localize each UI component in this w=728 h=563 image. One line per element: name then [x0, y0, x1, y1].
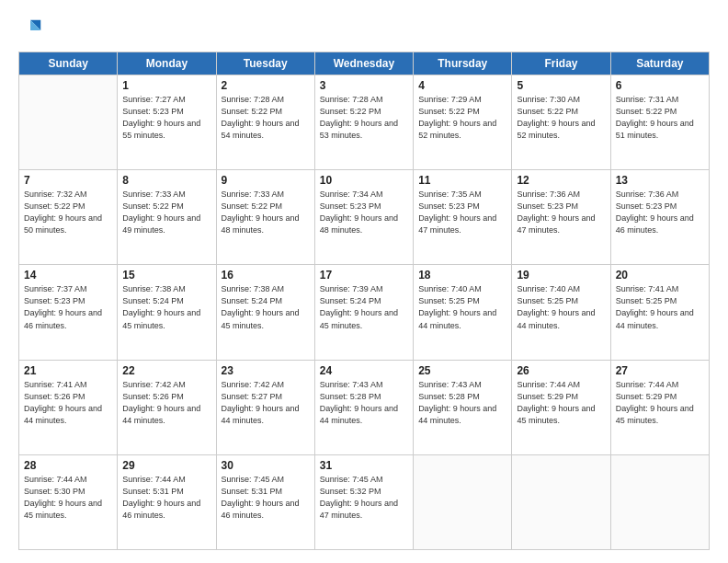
calendar-table: SundayMondayTuesdayWednesdayThursdayFrid…	[18, 52, 710, 550]
day-cell: 8Sunrise: 7:33 AM Sunset: 5:22 PM Daylig…	[118, 170, 216, 265]
day-cell: 17Sunrise: 7:39 AM Sunset: 5:24 PM Dayli…	[314, 265, 413, 360]
header	[18, 17, 710, 42]
day-cell	[610, 454, 709, 549]
cell-info: Sunrise: 7:31 AM Sunset: 5:22 PM Dayligh…	[616, 94, 704, 142]
day-number: 2	[222, 79, 310, 92]
day-number: 8	[122, 174, 210, 187]
day-number: 11	[418, 174, 506, 187]
day-number: 3	[320, 79, 408, 92]
day-cell: 19Sunrise: 7:40 AM Sunset: 5:25 PM Dayli…	[512, 265, 610, 360]
week-row-4: 28Sunrise: 7:44 AM Sunset: 5:30 PM Dayli…	[19, 454, 710, 549]
day-cell: 26Sunrise: 7:44 AM Sunset: 5:29 PM Dayli…	[512, 360, 610, 454]
day-header-friday: Friday	[512, 52, 610, 75]
day-header-wednesday: Wednesday	[314, 52, 413, 75]
header-row: SundayMondayTuesdayWednesdayThursdayFrid…	[19, 52, 710, 75]
day-number: 7	[24, 174, 112, 187]
week-row-1: 7Sunrise: 7:32 AM Sunset: 5:22 PM Daylig…	[19, 170, 710, 265]
day-cell: 12Sunrise: 7:36 AM Sunset: 5:23 PM Dayli…	[512, 170, 610, 265]
day-cell: 25Sunrise: 7:43 AM Sunset: 5:28 PM Dayli…	[414, 360, 512, 454]
cell-info: Sunrise: 7:41 AM Sunset: 5:26 PM Dayligh…	[24, 379, 112, 427]
page: SundayMondayTuesdayWednesdayThursdayFrid…	[0, 0, 728, 563]
cell-info: Sunrise: 7:42 AM Sunset: 5:27 PM Dayligh…	[222, 379, 310, 427]
day-cell: 29Sunrise: 7:44 AM Sunset: 5:31 PM Dayli…	[118, 454, 216, 549]
cell-info: Sunrise: 7:36 AM Sunset: 5:23 PM Dayligh…	[517, 189, 605, 236]
day-cell: 27Sunrise: 7:44 AM Sunset: 5:29 PM Dayli…	[610, 360, 709, 454]
day-number: 17	[320, 269, 408, 282]
cell-info: Sunrise: 7:40 AM Sunset: 5:25 PM Dayligh…	[517, 283, 605, 331]
day-header-monday: Monday	[118, 52, 216, 75]
day-cell: 21Sunrise: 7:41 AM Sunset: 5:26 PM Dayli…	[19, 360, 118, 454]
day-cell: 10Sunrise: 7:34 AM Sunset: 5:23 PM Dayli…	[314, 170, 413, 265]
week-row-2: 14Sunrise: 7:37 AM Sunset: 5:23 PM Dayli…	[19, 265, 710, 360]
cell-info: Sunrise: 7:45 AM Sunset: 5:32 PM Dayligh…	[320, 474, 408, 522]
day-cell	[19, 75, 118, 170]
cell-info: Sunrise: 7:45 AM Sunset: 5:31 PM Dayligh…	[222, 474, 310, 522]
cell-info: Sunrise: 7:33 AM Sunset: 5:22 PM Dayligh…	[122, 189, 210, 236]
cell-info: Sunrise: 7:40 AM Sunset: 5:25 PM Dayligh…	[418, 283, 506, 331]
day-number: 30	[222, 459, 310, 472]
day-cell: 18Sunrise: 7:40 AM Sunset: 5:25 PM Dayli…	[414, 265, 512, 360]
cell-info: Sunrise: 7:44 AM Sunset: 5:29 PM Dayligh…	[616, 379, 704, 427]
cell-info: Sunrise: 7:33 AM Sunset: 5:22 PM Dayligh…	[222, 189, 310, 236]
day-number: 15	[122, 269, 210, 282]
day-cell	[414, 454, 512, 549]
cell-info: Sunrise: 7:34 AM Sunset: 5:23 PM Dayligh…	[320, 189, 408, 236]
day-number: 4	[418, 79, 506, 92]
logo	[18, 17, 48, 42]
day-number: 22	[122, 364, 210, 377]
cell-info: Sunrise: 7:41 AM Sunset: 5:25 PM Dayligh…	[616, 283, 704, 331]
day-number: 16	[222, 269, 310, 282]
day-number: 28	[24, 459, 112, 472]
day-number: 20	[616, 269, 704, 282]
day-cell: 6Sunrise: 7:31 AM Sunset: 5:22 PM Daylig…	[610, 75, 709, 170]
day-cell: 7Sunrise: 7:32 AM Sunset: 5:22 PM Daylig…	[19, 170, 118, 265]
day-cell: 31Sunrise: 7:45 AM Sunset: 5:32 PM Dayli…	[314, 454, 413, 549]
day-cell: 9Sunrise: 7:33 AM Sunset: 5:22 PM Daylig…	[216, 170, 314, 265]
cell-info: Sunrise: 7:44 AM Sunset: 5:29 PM Dayligh…	[517, 379, 605, 427]
day-cell: 22Sunrise: 7:42 AM Sunset: 5:26 PM Dayli…	[118, 360, 216, 454]
day-cell: 14Sunrise: 7:37 AM Sunset: 5:23 PM Dayli…	[19, 265, 118, 360]
day-number: 6	[616, 79, 704, 92]
day-header-saturday: Saturday	[610, 52, 709, 75]
cell-info: Sunrise: 7:30 AM Sunset: 5:22 PM Dayligh…	[517, 94, 605, 142]
cell-info: Sunrise: 7:44 AM Sunset: 5:30 PM Dayligh…	[24, 474, 112, 522]
cell-info: Sunrise: 7:35 AM Sunset: 5:23 PM Dayligh…	[418, 189, 506, 236]
day-cell: 1Sunrise: 7:27 AM Sunset: 5:23 PM Daylig…	[118, 75, 216, 170]
day-number: 1	[122, 79, 210, 92]
day-cell: 20Sunrise: 7:41 AM Sunset: 5:25 PM Dayli…	[610, 265, 709, 360]
day-cell	[512, 454, 610, 549]
day-number: 26	[517, 364, 605, 377]
logo-icon	[18, 17, 44, 42]
day-cell: 30Sunrise: 7:45 AM Sunset: 5:31 PM Dayli…	[216, 454, 314, 549]
day-number: 9	[222, 174, 310, 187]
day-cell: 11Sunrise: 7:35 AM Sunset: 5:23 PM Dayli…	[414, 170, 512, 265]
day-header-sunday: Sunday	[19, 52, 118, 75]
cell-info: Sunrise: 7:44 AM Sunset: 5:31 PM Dayligh…	[122, 474, 210, 522]
day-cell: 23Sunrise: 7:42 AM Sunset: 5:27 PM Dayli…	[216, 360, 314, 454]
day-cell: 28Sunrise: 7:44 AM Sunset: 5:30 PM Dayli…	[19, 454, 118, 549]
cell-info: Sunrise: 7:36 AM Sunset: 5:23 PM Dayligh…	[616, 189, 704, 236]
cell-info: Sunrise: 7:43 AM Sunset: 5:28 PM Dayligh…	[418, 379, 506, 427]
day-cell: 4Sunrise: 7:29 AM Sunset: 5:22 PM Daylig…	[414, 75, 512, 170]
cell-info: Sunrise: 7:28 AM Sunset: 5:22 PM Dayligh…	[320, 94, 408, 142]
cell-info: Sunrise: 7:32 AM Sunset: 5:22 PM Dayligh…	[24, 189, 112, 236]
day-cell: 13Sunrise: 7:36 AM Sunset: 5:23 PM Dayli…	[610, 170, 709, 265]
day-cell: 2Sunrise: 7:28 AM Sunset: 5:22 PM Daylig…	[216, 75, 314, 170]
week-row-3: 21Sunrise: 7:41 AM Sunset: 5:26 PM Dayli…	[19, 360, 710, 454]
cell-info: Sunrise: 7:39 AM Sunset: 5:24 PM Dayligh…	[320, 283, 408, 331]
cell-info: Sunrise: 7:38 AM Sunset: 5:24 PM Dayligh…	[222, 283, 310, 331]
cell-info: Sunrise: 7:28 AM Sunset: 5:22 PM Dayligh…	[222, 94, 310, 142]
day-cell: 24Sunrise: 7:43 AM Sunset: 5:28 PM Dayli…	[314, 360, 413, 454]
day-number: 18	[418, 269, 506, 282]
day-cell: 15Sunrise: 7:38 AM Sunset: 5:24 PM Dayli…	[118, 265, 216, 360]
day-number: 13	[616, 174, 704, 187]
day-number: 21	[24, 364, 112, 377]
cell-info: Sunrise: 7:37 AM Sunset: 5:23 PM Dayligh…	[24, 283, 112, 331]
cell-info: Sunrise: 7:29 AM Sunset: 5:22 PM Dayligh…	[418, 94, 506, 142]
cell-info: Sunrise: 7:43 AM Sunset: 5:28 PM Dayligh…	[320, 379, 408, 427]
day-header-tuesday: Tuesday	[216, 52, 314, 75]
cell-info: Sunrise: 7:38 AM Sunset: 5:24 PM Dayligh…	[122, 283, 210, 331]
day-number: 23	[222, 364, 310, 377]
day-number: 31	[320, 459, 408, 472]
day-cell: 3Sunrise: 7:28 AM Sunset: 5:22 PM Daylig…	[314, 75, 413, 170]
